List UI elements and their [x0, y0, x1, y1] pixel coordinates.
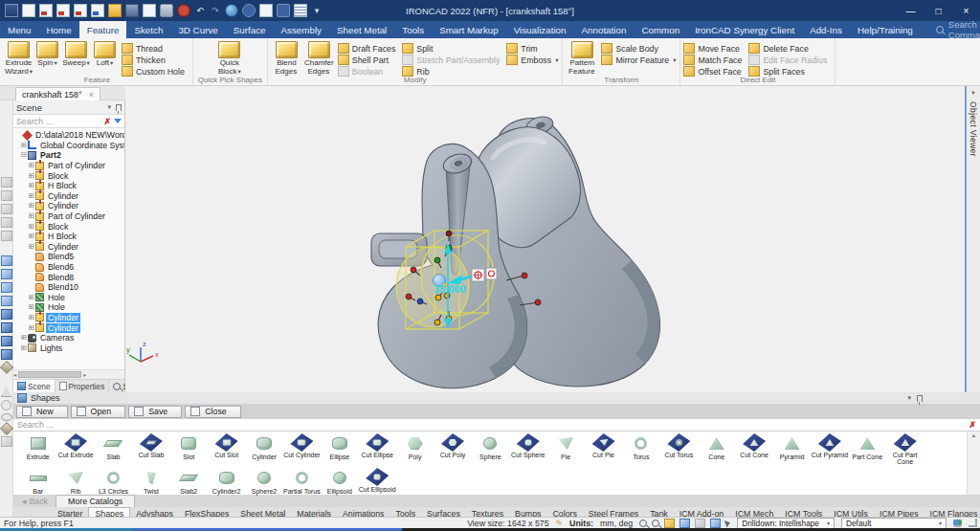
- crankshaft-model[interactable]: [371, 114, 660, 387]
- menu-tab[interactable]: Tools: [394, 21, 432, 38]
- mini-tool-icon[interactable]: [2, 375, 11, 384]
- ribbon-small-button[interactable]: Edit Face Radius: [748, 55, 831, 65]
- catalog-item[interactable]: Cut Sphere: [509, 433, 546, 468]
- ribbon-large-button[interactable]: Chamfer Edges: [303, 40, 335, 76]
- mini-tool-icon[interactable]: [0, 361, 13, 374]
- mini-tool-icon[interactable]: [1, 436, 12, 447]
- scene-tree-item[interactable]: ⊞ Cameras: [13, 333, 124, 343]
- menu-tab[interactable]: Add-Ins: [802, 21, 850, 38]
- catalog-item[interactable]: L3 Circles: [95, 468, 132, 495]
- mini-tool-icon[interactable]: [1, 217, 12, 228]
- scene-tree-item[interactable]: ⊞ Cylinder: [13, 313, 124, 323]
- scene-tree-item[interactable]: ⊞ Cylinder: [13, 191, 124, 202]
- back-button[interactable]: ◂ Back: [16, 496, 54, 507]
- catalog-toolbar-button[interactable]: New: [16, 406, 68, 418]
- scene-tree-item[interactable]: ⊞ Block: [13, 221, 124, 232]
- tree-expander-icon[interactable]: ⊞: [20, 344, 28, 352]
- catalog-item[interactable]: Slab2: [170, 468, 208, 495]
- scene-horizontal-scrollbar[interactable]: ◂ ▸: [13, 369, 124, 379]
- ribbon-small-button[interactable]: Draft Faces: [338, 43, 399, 54]
- catalog-item[interactable]: Cylinder2: [208, 468, 245, 495]
- mini-tool-icon[interactable]: [1, 255, 12, 266]
- menu-tab[interactable]: Help/Training: [850, 21, 921, 38]
- catalog-close-icon[interactable]: ✗: [969, 420, 976, 430]
- catalog-search-input[interactable]: Search ... ✗: [13, 419, 980, 431]
- ribbon-small-button[interactable]: Delete Face: [748, 43, 831, 54]
- catalog-item[interactable]: Cut Slot: [208, 433, 245, 468]
- tree-expander-icon[interactable]: ⊞: [28, 314, 35, 321]
- mini-tool-icon[interactable]: [1, 387, 12, 397]
- tree-expander-icon[interactable]: ⊞: [28, 232, 35, 240]
- ribbon-large-button[interactable]: Blend Edges: [271, 40, 302, 76]
- catalog-item[interactable]: Cut Ellipse: [359, 433, 396, 468]
- viewport-3d[interactable]: 35.000 z x y: [125, 86, 965, 392]
- mini-tool-icon[interactable]: [0, 422, 13, 435]
- ribbon-large-button[interactable]: Extrude Wizard▾: [5, 40, 33, 76]
- scene-tree-item[interactable]: ⊟ Part2: [13, 150, 124, 161]
- catalog-item[interactable]: Slab: [95, 433, 132, 468]
- collaboration-icon[interactable]: [953, 520, 962, 527]
- ribbon-large-button[interactable]: Pattern Feature: [566, 40, 598, 76]
- minimize-button[interactable]: —: [897, 0, 924, 21]
- catalog-item[interactable]: Rib: [56, 468, 94, 495]
- scene-tree-item[interactable]: D:\data\2018 NEW\Word\TECH-NE: [13, 130, 124, 141]
- menu-tab[interactable]: Assembly: [274, 21, 329, 38]
- tree-expander-icon[interactable]: ⊞: [28, 202, 35, 210]
- catalog-item[interactable]: Cut Part Cone: [886, 433, 924, 468]
- catalog-item[interactable]: Cone: [698, 433, 735, 468]
- menu-tab[interactable]: Feature: [79, 21, 127, 38]
- catalog-item[interactable]: Cut Slab: [132, 433, 169, 468]
- ribbon-small-button[interactable]: Move Face: [683, 43, 746, 54]
- mini-tool-icon[interactable]: [1, 231, 12, 241]
- scene-tree-item[interactable]: ⊞ Part of Cylinder: [13, 161, 124, 171]
- scene-tree-item[interactable]: ⊞ Hole: [13, 302, 124, 313]
- tab-properties[interactable]: Properties: [56, 380, 110, 392]
- ribbon-small-button[interactable]: Shell Part: [338, 55, 399, 65]
- scene-tree-item[interactable]: Blend10: [13, 282, 124, 293]
- zoom-extent-icon[interactable]: [652, 520, 659, 527]
- tree-expander-icon[interactable]: ⊞: [28, 192, 35, 200]
- filter-icon[interactable]: [114, 119, 122, 123]
- ribbon-small-button[interactable]: Thicken: [122, 55, 189, 65]
- catalog-item[interactable]: Pyramid: [773, 433, 811, 468]
- mini-tool-icon[interactable]: [1, 190, 12, 201]
- tree-expander-icon[interactable]: ⊞: [28, 303, 35, 311]
- catalog-item[interactable]: Cut Extrude: [56, 433, 94, 468]
- catalog-item[interactable]: Slot: [170, 433, 208, 468]
- zoom-icon[interactable]: [639, 520, 647, 527]
- camera-icon[interactable]: [695, 519, 705, 528]
- pin-icon[interactable]: [116, 104, 122, 111]
- scene-tree-item[interactable]: ⊞ Cylinder: [13, 322, 124, 333]
- scene-tree-item[interactable]: ⊞ Hole: [13, 293, 124, 303]
- catalog-item[interactable]: Cylinder: [245, 433, 282, 468]
- qat-icon[interactable]: [225, 4, 238, 17]
- catalog-item[interactable]: Cut Pie: [585, 433, 622, 468]
- menu-tab[interactable]: Annotation: [574, 21, 635, 38]
- qat-icon[interactable]: [177, 4, 190, 17]
- qat-icon[interactable]: [5, 4, 18, 17]
- catalog-item[interactable]: Torus: [622, 433, 659, 468]
- document-tab-close-icon[interactable]: ×: [89, 90, 94, 100]
- panel-menu-caret-icon[interactable]: ▾: [107, 103, 111, 111]
- units-value[interactable]: mm, deg: [600, 519, 633, 528]
- menu-tab[interactable]: Visualization: [506, 21, 574, 38]
- close-button[interactable]: ×: [952, 0, 980, 21]
- catalog-item[interactable]: Pie: [546, 433, 584, 468]
- ribbon-small-button[interactable]: Stretch Part/Assembly: [402, 55, 503, 65]
- tree-expander-icon[interactable]: ⊞: [28, 243, 35, 251]
- scene-tree-item[interactable]: ⊞ Global Coordinate System: [13, 141, 124, 151]
- qat-icon[interactable]: [74, 4, 87, 17]
- menu-tab[interactable]: Surface: [226, 21, 274, 38]
- scene-tree-item[interactable]: ⊞ Cylinder: [13, 201, 124, 211]
- catalog-item[interactable]: Poly: [396, 433, 434, 468]
- render-mode-icon[interactable]: [664, 519, 675, 528]
- scrollbar-thumb[interactable]: [18, 371, 81, 378]
- menu-tab[interactable]: IronCAD Synergy Client: [687, 21, 802, 38]
- ribbon-small-button[interactable]: Mirror Feature▾: [601, 55, 676, 65]
- qat-icon[interactable]: [242, 4, 256, 17]
- catalog-item[interactable]: Cut Torus: [660, 433, 698, 468]
- document-tab[interactable]: crankshaft 158° ×: [15, 87, 100, 101]
- qat-icon[interactable]: [108, 4, 122, 17]
- tree-expander-icon[interactable]: ⊞: [28, 212, 35, 220]
- tree-expander-icon[interactable]: ⊞: [28, 172, 35, 180]
